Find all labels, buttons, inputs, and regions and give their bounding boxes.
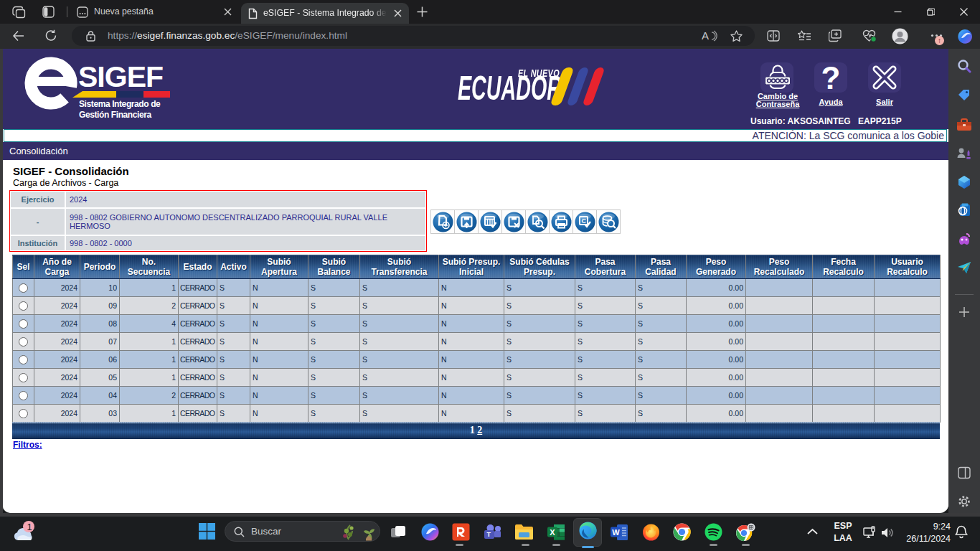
svg-text:A: A [702, 30, 709, 42]
svg-text:C: C [581, 217, 586, 225]
svg-text:1: 1 [27, 522, 32, 532]
svg-text:X: X [550, 528, 555, 537]
svg-text:T: T [487, 531, 491, 538]
svg-text:W: W [612, 528, 620, 537]
